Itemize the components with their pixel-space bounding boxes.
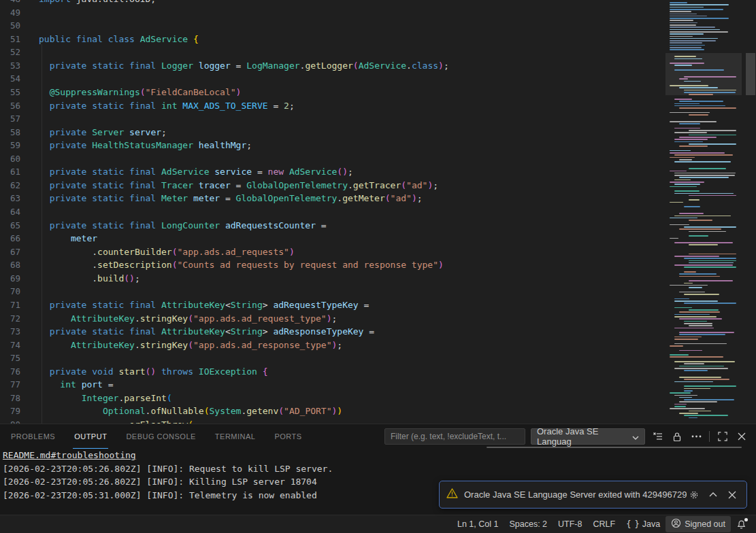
more-actions-button[interactable] — [689, 429, 704, 444]
line-number: 59 — [0, 139, 20, 152]
line-number: 68 — [0, 258, 20, 272]
code-line: 74 AttributeKey.stringKey("app.ads.ad_re… — [0, 339, 660, 352]
code-line: 71 private static final AttributeKey<Str… — [0, 298, 660, 312]
status-eol-sequence[interactable]: CRLF — [587, 517, 621, 531]
code-line: 79 Optional.ofNullable(System.getenv("AD… — [0, 405, 660, 418]
line-number: 71 — [0, 298, 20, 312]
notification-badge-dot — [744, 518, 748, 521]
code-editor[interactable]: 48import java.util.UUID;495051public fin… — [0, 0, 756, 424]
line-number: 76 — [0, 365, 20, 379]
lock-icon — [672, 432, 682, 442]
line-number: 55 — [0, 86, 20, 99]
panel-tabs: PROBLEMSOUTPUTDEBUG CONSOLETERMINALPORTS — [0, 424, 320, 449]
status-language-mode[interactable]: { }Java — [621, 517, 665, 531]
line-number: 77 — [0, 378, 20, 392]
line-number: 64 — [0, 205, 20, 219]
line-number: 50 — [0, 19, 20, 33]
notification-expand-button[interactable] — [706, 487, 721, 502]
ellipsis-icon — [691, 435, 702, 438]
status-label: UTF-8 — [558, 519, 582, 529]
code-line: 51public final class AdService { — [0, 33, 660, 46]
close-icon — [738, 432, 746, 441]
status-notifications-bell[interactable] — [731, 517, 752, 532]
code-line: 56 private static final int MAX_ADS_TO_S… — [0, 99, 660, 113]
panel-tab-ports[interactable]: PORTS — [273, 424, 303, 449]
account-icon — [671, 518, 681, 530]
panel-tab-output[interactable]: OUTPUT — [73, 424, 108, 449]
panel-tab-problems[interactable]: PROBLEMS — [10, 424, 56, 449]
code-line: 64 — [0, 205, 660, 219]
gear-icon — [689, 490, 699, 500]
panel-controls: Oracle Java SE Languag — [384, 424, 749, 449]
separator — [709, 431, 710, 442]
code-line: 78 Integer.parseInt( — [0, 392, 660, 405]
line-number: 62 — [0, 179, 20, 192]
code-line: 49 — [0, 6, 660, 20]
code-line: 62 private static final Tracer tracer = … — [0, 179, 660, 192]
notification-close-button[interactable] — [725, 487, 740, 502]
notification-settings-button[interactable] — [687, 487, 702, 502]
notification-toast[interactable]: Oracle Java SE Language Server exited wi… — [439, 481, 747, 509]
line-number: 73 — [0, 325, 20, 339]
code-lines: 48import java.util.UUID;495051public fin… — [0, 0, 660, 424]
code-line: 48import java.util.UUID; — [0, 0, 660, 6]
line-number: 70 — [0, 285, 20, 298]
status-encoding[interactable]: UTF-8 — [553, 517, 587, 531]
output-log-line: [2026-02-23T20:05:26.802Z] [INFO]: Reque… — [0, 462, 756, 476]
output-filter-input[interactable] — [384, 428, 525, 445]
line-number: 60 — [0, 152, 20, 166]
status-label: CRLF — [593, 519, 615, 529]
vscode-window: 48import java.util.UUID;495051public fin… — [0, 0, 756, 533]
output-readme-link[interactable]: README.md#troubleshooting — [3, 450, 136, 460]
close-panel-button[interactable] — [734, 429, 749, 444]
line-number: 78 — [0, 392, 20, 405]
output-channel-select[interactable]: Oracle Java SE Languag — [531, 428, 645, 445]
line-number: 80 — [0, 418, 20, 424]
status-label: Ln 1, Col 1 — [457, 519, 498, 529]
code-line: 61 private static final AdService servic… — [0, 165, 660, 179]
status-indentation[interactable]: Spaces: 2 — [504, 517, 553, 531]
code-line: 55 @SuppressWarnings("FieldCanBeLocal") — [0, 86, 660, 99]
line-number: 56 — [0, 99, 20, 113]
line-number: 65 — [0, 219, 20, 233]
code-line: 69 .build(); — [0, 272, 660, 286]
status-label: Spaces: 2 — [509, 519, 547, 529]
panel-tab-debug-console[interactable]: DEBUG CONSOLE — [125, 424, 197, 449]
line-number: 67 — [0, 245, 20, 259]
warning-icon — [446, 488, 458, 501]
status-cursor-position[interactable]: Ln 1, Col 1 — [452, 517, 504, 531]
line-number: 51 — [0, 33, 20, 46]
code-line: 50 — [0, 19, 660, 33]
editor-scrollbar[interactable] — [745, 0, 756, 424]
code-line: 76 private void start() throws IOExcepti… — [0, 365, 660, 379]
maximize-panel-button[interactable] — [715, 429, 730, 444]
clear-output-icon — [653, 431, 663, 442]
code-line: 67 .counterBuilder("app.ads.ad_requests"… — [0, 245, 660, 259]
minimap-slider[interactable] — [665, 53, 742, 95]
line-number: 58 — [0, 126, 20, 139]
line-number: 48 — [0, 0, 20, 6]
panel-horizontal-scrollbar[interactable] — [487, 447, 742, 448]
clear-output-button[interactable] — [651, 429, 665, 444]
code-line: 66 meter — [0, 232, 660, 245]
notification-message: Oracle Java SE Language Server exited wi… — [464, 489, 687, 500]
line-number: 66 — [0, 232, 20, 245]
line-number: 49 — [0, 6, 20, 20]
line-number: 53 — [0, 59, 20, 73]
code-line: 73 private static final AttributeKey<Str… — [0, 325, 660, 339]
line-number: 69 — [0, 272, 20, 286]
line-number: 75 — [0, 351, 20, 365]
line-number: 63 — [0, 192, 20, 205]
close-icon — [728, 491, 736, 499]
code-line: 80 .orElseThrow( — [0, 418, 660, 424]
code-line: 68 .setDescription("Counts ad requests b… — [0, 258, 660, 272]
panel-tab-terminal[interactable]: TERMINAL — [214, 424, 257, 449]
status-label: Java — [642, 519, 660, 529]
code-line: 59 private HealthStatusManager healthMgr… — [0, 139, 660, 152]
code-line: 77 int port = — [0, 378, 660, 392]
lock-scroll-button[interactable] — [670, 429, 685, 444]
bell-icon — [736, 519, 746, 530]
status-accounts[interactable]: Signed out — [665, 516, 731, 532]
editor-scrollbar-thumb[interactable] — [746, 53, 755, 95]
line-number: 61 — [0, 165, 20, 179]
